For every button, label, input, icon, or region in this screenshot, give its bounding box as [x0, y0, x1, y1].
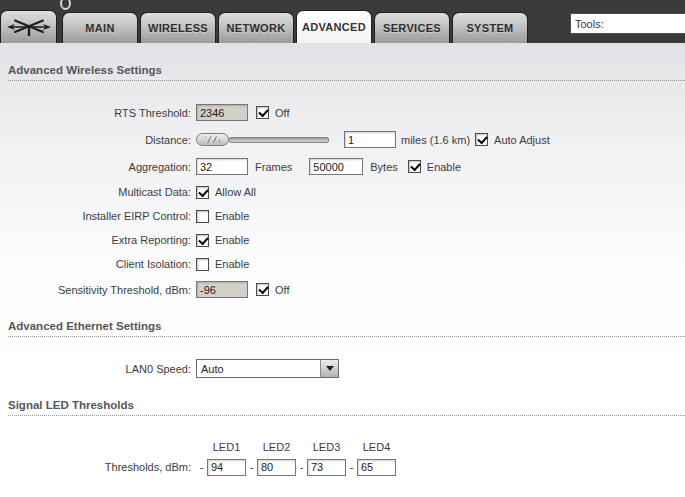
tab-advanced[interactable]: ADVANCED [296, 10, 372, 43]
distance-label: Distance: [0, 134, 191, 146]
aggregation-bytes-input[interactable] [309, 158, 363, 175]
sensitivity-threshold-input[interactable] [196, 281, 248, 298]
tab-network[interactable]: NETWORK [218, 12, 294, 43]
clipped-text-artifact [60, 0, 71, 10]
tab-advanced-label: ADVANCED [302, 21, 366, 33]
distance-row: Distance: miles (1.6 km) Auto Adjust [0, 126, 685, 153]
aggregation-frames-label: Frames [255, 161, 292, 173]
led4-threshold-input[interactable] [357, 459, 396, 476]
led4-minus-sign: - [346, 461, 357, 473]
tab-network-label: NETWORK [227, 22, 286, 34]
extra-reporting-row: Extra Reporting: Enable [0, 228, 685, 252]
rts-threshold-row: RTS Threshold: Off [0, 99, 685, 126]
installer-eirp-row: Installer EIRP Control: Enable [0, 204, 685, 228]
led-header-row: LED1 LED2 LED3 LED4 [0, 440, 685, 454]
led-thresholds-label: Thresholds, dBm: [0, 461, 191, 473]
aggregation-label: Aggregation: [0, 161, 191, 173]
aggregation-row: Aggregation: Frames Bytes Enable [0, 153, 685, 180]
multicast-allow-all-label: Allow All [215, 186, 256, 198]
client-isolation-label: Client Isolation: [0, 258, 191, 270]
client-isolation-row: Client Isolation: Enable [0, 252, 685, 276]
sensitivity-off-label: Off [275, 284, 289, 296]
led3-threshold-group: - [296, 459, 346, 476]
installer-eirp-enable-label: Enable [215, 210, 249, 222]
led1-threshold-group: - [196, 459, 246, 476]
led3-minus-sign: - [296, 461, 307, 473]
multicast-allow-all-checkbox[interactable] [196, 186, 209, 199]
tools-dropdown[interactable]: Tools: [570, 13, 685, 34]
led4-threshold-group: - [346, 459, 396, 476]
led1-threshold-input[interactable] [207, 459, 246, 476]
installer-eirp-label: Installer EIRP Control: [0, 210, 191, 222]
tab-wireless-label: WIRELESS [148, 22, 208, 34]
auto-adjust-checkbox[interactable] [475, 133, 488, 146]
section-title-advanced-wireless: Advanced Wireless Settings [8, 43, 685, 81]
distance-input[interactable] [344, 131, 396, 148]
chevron-down-icon [326, 366, 334, 371]
sensitivity-threshold-row: Sensitivity Threshold, dBm: Off [0, 276, 685, 303]
rts-threshold-label: RTS Threshold: [0, 107, 191, 119]
lan0-speed-select-value: Auto [197, 360, 320, 377]
tab-services-label: SERVICES [383, 22, 441, 34]
led2-column-header: LED2 [257, 441, 296, 453]
section-title-signal-led: Signal LED Thresholds [8, 382, 685, 416]
distance-unit-label: miles (1.6 km) [401, 134, 470, 146]
lan0-speed-row: LAN0 Speed: Auto [0, 355, 685, 382]
led2-minus-sign: - [246, 461, 257, 473]
tab-main-label: MAIN [85, 22, 114, 34]
led3-column-header: LED3 [307, 441, 346, 453]
aggregation-enable-checkbox[interactable] [408, 160, 421, 173]
aggregation-bytes-label: Bytes [370, 161, 398, 173]
multicast-data-label: Multicast Data: [0, 186, 191, 198]
ubiquiti-antenna-logo-icon [7, 16, 51, 38]
client-isolation-enable-label: Enable [215, 258, 249, 270]
led4-column-header: LED4 [357, 441, 396, 453]
airos-advanced-page: MAIN WIRELESS NETWORK ADVANCED SERVICES … [0, 0, 685, 497]
section-title-advanced-ethernet: Advanced Ethernet Settings [8, 303, 685, 337]
lan0-speed-select-button[interactable] [320, 360, 338, 377]
page-content: Advanced Wireless Settings RTS Threshold… [0, 43, 685, 497]
slider-grip-icon [205, 136, 220, 143]
tools-dropdown-value: Tools: [575, 18, 604, 30]
rts-off-label: Off [275, 107, 289, 119]
sensitivity-threshold-label: Sensitivity Threshold, dBm: [0, 284, 191, 296]
client-isolation-enable-checkbox[interactable] [196, 258, 209, 271]
tab-wireless[interactable]: WIRELESS [140, 12, 216, 43]
led2-threshold-input[interactable] [257, 459, 296, 476]
extra-reporting-enable-label: Enable [215, 234, 249, 246]
distance-slider-handle[interactable] [196, 133, 229, 146]
led1-minus-sign: - [196, 461, 207, 473]
tab-main[interactable]: MAIN [62, 12, 138, 43]
tab-system-label: SYSTEM [466, 22, 513, 34]
installer-eirp-enable-checkbox[interactable] [196, 210, 209, 223]
lan0-speed-select[interactable]: Auto [196, 359, 339, 378]
tab-system[interactable]: SYSTEM [452, 12, 528, 43]
extra-reporting-enable-checkbox[interactable] [196, 234, 209, 247]
extra-reporting-label: Extra Reporting: [0, 234, 191, 246]
tab-strip: MAIN WIRELESS NETWORK ADVANCED SERVICES … [0, 10, 530, 43]
auto-adjust-label: Auto Adjust [494, 134, 550, 146]
distance-slider [196, 133, 329, 146]
top-tab-bar: MAIN WIRELESS NETWORK ADVANCED SERVICES … [0, 0, 685, 43]
led1-column-header: LED1 [207, 441, 246, 453]
tab-logo [0, 10, 57, 43]
rts-threshold-input[interactable] [196, 104, 248, 121]
rts-off-checkbox[interactable] [256, 106, 269, 119]
led-thresholds-row: Thresholds, dBm: - - - - [0, 454, 685, 480]
lan0-speed-label: LAN0 Speed: [0, 363, 191, 375]
led2-threshold-group: - [246, 459, 296, 476]
distance-slider-track[interactable] [229, 137, 329, 143]
tab-services[interactable]: SERVICES [374, 12, 450, 43]
aggregation-enable-label: Enable [427, 161, 461, 173]
multicast-data-row: Multicast Data: Allow All [0, 180, 685, 204]
sensitivity-off-checkbox[interactable] [256, 283, 269, 296]
aggregation-frames-input[interactable] [196, 158, 248, 175]
led3-threshold-input[interactable] [307, 459, 346, 476]
